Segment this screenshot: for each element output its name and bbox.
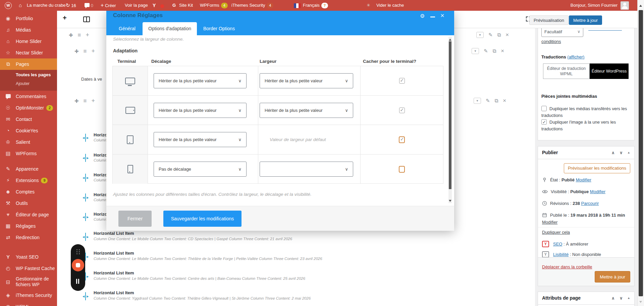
sidebar-item-reglages[interactable]: ▦Réglages	[0, 220, 57, 232]
hide-checkbox-tablet-landscape[interactable]	[399, 107, 405, 113]
move-to-trash-link[interactable]: Déplacer dans la corbeille	[542, 264, 592, 269]
sidebar-item-comptes[interactable]: ☻Comptes	[0, 186, 57, 198]
drag-handle[interactable]: ◀▶	[83, 233, 89, 241]
width-select-tablet-landscape[interactable]: Hériter de la plus petite valeur∨	[260, 103, 353, 118]
edit-icon[interactable]: ✎	[486, 98, 490, 104]
row-menu-icon[interactable]: ≡	[84, 48, 87, 55]
preview-changes-button[interactable]: Prévisualiser les modifications	[564, 163, 630, 173]
delete-icon[interactable]: ×	[501, 48, 504, 54]
offset-select-tablet-portrait[interactable]: Hériter de la plus petite valeur∨	[154, 132, 247, 147]
clone-icon[interactable]: ⧉	[495, 98, 498, 104]
move-down-icon[interactable]: ∨	[619, 146, 623, 159]
toggle-caret-icon[interactable]: ▾	[472, 48, 479, 54]
modify-status-link[interactable]: Modifier	[576, 177, 591, 182]
sidebar-item-portfolio[interactable]: ◉Portfolio	[0, 13, 57, 24]
scroll-up-icon[interactable]	[449, 37, 451, 41]
avatar[interactable]	[621, 1, 629, 10]
collapse-icon[interactable]: ▲	[627, 292, 630, 304]
drag-handle[interactable]: ◀▶	[83, 193, 89, 202]
move-row-icon[interactable]: ✚	[69, 32, 73, 38]
drag-handle[interactable]: ◀▶	[83, 292, 89, 300]
ithemes-link[interactable]: iThemes Security4	[231, 0, 273, 11]
sidebar-item-optinmonster[interactable]: ☉OptinMonster2	[0, 102, 57, 114]
scroll-thumb[interactable]	[449, 41, 451, 189]
sidebar-item-ithemes-security[interactable]: ◈iThemes Security	[0, 290, 57, 301]
modal-scrollbar[interactable]	[448, 37, 452, 203]
wpforms-link[interactable]: WPForms4	[200, 0, 228, 11]
toggle-caret-icon[interactable]: ▾	[474, 98, 481, 104]
clone-icon[interactable]: ⧉	[497, 32, 501, 38]
move-row-icon[interactable]: ✚	[74, 98, 79, 104]
tab-general[interactable]: Général	[113, 22, 141, 35]
sitekit-link[interactable]: Site Kit	[179, 0, 193, 11]
offset-select-desktop[interactable]: Hériter de la plus petite valeur∨	[154, 73, 247, 88]
drag-handle[interactable]: ◀▶	[83, 154, 89, 162]
scroll-thumb[interactable]	[639, 10, 643, 296]
move-up-icon[interactable]: ∧	[611, 146, 615, 159]
tab-adaptation-options[interactable]: Options d'adaptation	[143, 22, 197, 35]
browse-revisions-link[interactable]: Parcourir	[581, 201, 599, 206]
page-attributes-header[interactable]: Attributs de page ∧ ∨ ▲	[538, 292, 634, 305]
sidebar-item-nectar-slider[interactable]: ☆Nectar Slider	[0, 47, 57, 58]
sidebar-item-wpml[interactable]: ◍WPML	[0, 301, 57, 306]
sidebar-item-apparence[interactable]: ✎Apparence	[0, 163, 57, 175]
row-menu-icon[interactable]: ≡	[84, 98, 87, 104]
hide-checkbox-phone[interactable]	[399, 166, 405, 173]
offset-select-tablet-landscape[interactable]: Hériter de la plus petite valeur∨	[154, 103, 247, 118]
modify-date-link[interactable]: Modifier	[542, 220, 557, 225]
drag-dots-icon[interactable]	[76, 249, 77, 250]
sidebar-item-comments[interactable]: Commentaires	[0, 91, 57, 102]
hide-checkbox-desktop[interactable]	[399, 78, 405, 84]
language-link[interactable]: Français?	[294, 0, 328, 11]
stop-recording-button[interactable]	[72, 259, 84, 271]
move-down-icon[interactable]: ∨	[619, 292, 623, 304]
submenu-all-pages[interactable]: Toutes les pages	[16, 71, 57, 79]
seo-link[interactable]: SEO	[553, 242, 562, 247]
sidebar-item-medias[interactable]: ♫Médias	[0, 24, 57, 36]
drag-handle[interactable]: ◀▶	[83, 213, 89, 221]
duplicate-media-checkbox[interactable]	[541, 106, 547, 111]
wpml-editor-button[interactable]: Éditeur de traduction WPML	[543, 63, 590, 79]
width-select-phone[interactable]: ∨	[260, 162, 353, 177]
conditions-link[interactable]: conditions	[541, 39, 561, 44]
collapse-icon[interactable]: ▲	[627, 146, 630, 159]
width-select-desktop[interactable]: Hériter de la plus petite valeur∨	[260, 73, 353, 88]
publish-panel-header[interactable]: Publier ∧ ∨ ▲	[538, 146, 634, 159]
sidebar-item-cookieyes[interactable]: ◔CookieYes	[0, 125, 57, 136]
save-changes-button[interactable]: Sauvegarder les modifications	[163, 211, 241, 227]
modal-gear-icon[interactable]: ⚙	[420, 13, 425, 19]
scroll-down-icon[interactable]	[639, 301, 642, 304]
sidebar-item-contact[interactable]: ✉Contact	[0, 114, 57, 125]
update-button-top[interactable]: Mettre à jour	[569, 15, 602, 25]
edit-icon[interactable]: ✎	[488, 32, 493, 38]
layout-columns-icon[interactable]	[83, 16, 90, 22]
sidebar-item-salient[interactable]: ♔Salient	[0, 136, 57, 148]
wordpress-editor-button[interactable]: Éditeur WordPress	[590, 63, 629, 79]
hide-checkbox-tablet-portrait[interactable]	[399, 136, 405, 143]
add-row-icon[interactable]: +	[92, 97, 95, 104]
update-button[interactable]: Mettre à jour	[595, 271, 630, 282]
edit-icon[interactable]: ✎	[484, 48, 488, 54]
user-greeting[interactable]: Bonjour, Simon Fournier	[571, 0, 618, 11]
modify-visibility-link[interactable]: Modifier	[590, 189, 605, 194]
sidebar-item-outils[interactable]: ⚒Outils	[0, 198, 57, 209]
updates-link[interactable]: ↻ 16	[66, 0, 76, 11]
readability-link[interactable]: Lisibilité	[553, 252, 569, 257]
optional-select[interactable]: Facultatif∨	[541, 28, 583, 37]
translations-toggle-link[interactable]: (afficher)	[567, 54, 584, 59]
pause-recording-button[interactable]	[76, 279, 77, 284]
move-up-icon[interactable]: ∧	[611, 292, 615, 304]
add-row-icon[interactable]: +	[92, 48, 95, 55]
sidebar-item-home-slider[interactable]: ⌂Home Slider	[0, 36, 57, 47]
home-icon[interactable]: ⌂	[19, 0, 22, 11]
sidebar-item-editeur-de-page[interactable]: ♥Éditeur de page	[0, 209, 57, 220]
row-menu-icon[interactable]: ≡	[78, 32, 81, 39]
submenu-add-page[interactable]: Ajouter	[16, 79, 57, 88]
scroll-down-icon[interactable]	[449, 200, 451, 203]
move-row-icon[interactable]: ✚	[74, 48, 79, 54]
clear-cache-link[interactable]: Vider le cache	[376, 0, 404, 11]
tab-border-options[interactable]: Border Options	[198, 22, 240, 35]
comments-link[interactable]: 0	[85, 0, 93, 11]
add-block-button[interactable]: +	[63, 14, 67, 22]
offset-select-phone[interactable]: Pas de décalage∨	[154, 162, 247, 177]
